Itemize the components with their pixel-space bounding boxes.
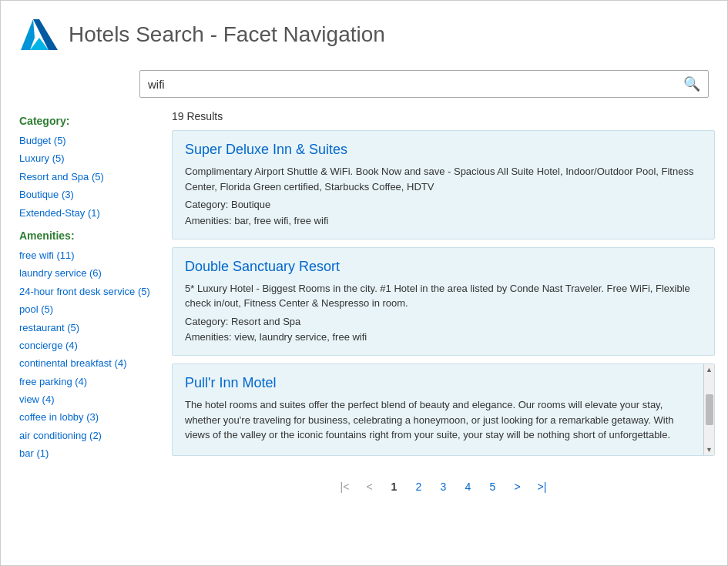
facet-front-desk[interactable]: 24-hour front desk service (5) xyxy=(19,283,150,300)
result-title-2[interactable]: Double Sanctuary Resort xyxy=(185,259,702,275)
result-card-1: Super Deluxe Inn & Suites Complimentary … xyxy=(172,130,715,239)
svg-marker-0 xyxy=(21,19,35,50)
page-5-button[interactable]: 5 xyxy=(482,476,504,497)
page-prev-button[interactable]: < xyxy=(359,476,381,497)
facet-air-conditioning[interactable]: air conditioning (2) xyxy=(19,427,150,444)
app-logo xyxy=(19,15,59,55)
result-amenities-1: Amenities: bar, free wifi, free wifi xyxy=(185,213,702,229)
main-layout: Category: Budget (5) Luxury (5) Resort a… xyxy=(1,102,727,513)
facet-free-parking[interactable]: free parking (4) xyxy=(19,373,150,390)
result-desc-1: Complimentary Airport Shuttle & WiFi. Bo… xyxy=(185,164,702,194)
facet-free-wifi[interactable]: free wifi (11) xyxy=(19,246,150,264)
facet-restaurant[interactable]: restaurant (5) xyxy=(19,319,150,337)
pagination: |< < 1 2 3 4 5 > >| xyxy=(172,464,715,505)
page-3-button[interactable]: 3 xyxy=(433,476,455,497)
result-card-3: Pull'r Inn Motel The hotel rooms and sui… xyxy=(172,363,715,456)
page-1-button[interactable]: 1 xyxy=(384,476,405,497)
facet-extended-stay[interactable]: Extended-Stay (1) xyxy=(19,204,150,222)
scroll-down-arrow[interactable]: ▼ xyxy=(706,446,713,454)
page-first-button[interactable]: |< xyxy=(334,476,356,497)
search-area: 🔍 xyxy=(1,62,727,102)
results-area: 19 Results Super Deluxe Inn & Suites Com… xyxy=(163,102,727,513)
result-category-1: Category: Boutique xyxy=(185,197,702,213)
result-desc-3: The hotel rooms and suites offer the per… xyxy=(185,397,702,443)
sidebar: Category: Budget (5) Luxury (5) Resort a… xyxy=(1,102,163,513)
scroll-thumb[interactable] xyxy=(706,394,713,425)
results-count: 19 Results xyxy=(172,110,715,122)
page-last-button[interactable]: >| xyxy=(532,476,553,497)
result-amenities-2: Amenities: view, laundry service, free w… xyxy=(185,330,702,346)
facet-coffee-lobby[interactable]: coffee in lobby (3) xyxy=(19,408,150,426)
page-4-button[interactable]: 4 xyxy=(458,476,479,497)
page-next-button[interactable]: > xyxy=(507,476,528,497)
facet-continental-breakfast[interactable]: continental breakfast (4) xyxy=(19,354,150,372)
result-title-1[interactable]: Super Deluxe Inn & Suites xyxy=(185,142,702,158)
facet-bar[interactable]: bar (1) xyxy=(19,444,150,462)
facet-concierge[interactable]: concierge (4) xyxy=(19,337,150,354)
amenity-facets: free wifi (11) laundry service (6) 24-ho… xyxy=(19,246,150,463)
facet-laundry[interactable]: laundry service (6) xyxy=(19,264,150,282)
page-title: Hotels Search - Facet Navigation xyxy=(69,22,385,47)
facet-resort-spa[interactable]: Resort and Spa (5) xyxy=(19,168,150,186)
facet-boutique[interactable]: Boutique (3) xyxy=(19,186,150,203)
category-section-title: Category: xyxy=(19,115,150,127)
amenities-section-title: Amenities: xyxy=(19,229,150,242)
search-icon[interactable]: 🔍 xyxy=(683,75,700,92)
scroll-up-arrow[interactable]: ▲ xyxy=(706,366,713,373)
facet-view[interactable]: view (4) xyxy=(19,390,150,408)
facet-budget[interactable]: Budget (5) xyxy=(19,132,150,149)
result-category-2: Category: Resort and Spa xyxy=(185,314,702,330)
category-facets: Budget (5) Luxury (5) Resort and Spa (5)… xyxy=(19,132,150,222)
search-box: 🔍 xyxy=(139,70,709,98)
result-title-3[interactable]: Pull'r Inn Motel xyxy=(185,375,702,391)
header: Hotels Search - Facet Navigation xyxy=(1,1,727,62)
facet-pool[interactable]: pool (5) xyxy=(19,300,150,318)
scrollbar[interactable]: ▲ ▼ xyxy=(703,364,714,455)
facet-luxury[interactable]: Luxury (5) xyxy=(19,149,150,167)
page-2-button[interactable]: 2 xyxy=(408,476,430,497)
search-input[interactable] xyxy=(148,78,683,91)
result-desc-2: 5* Luxury Hotel - Biggest Rooms in the c… xyxy=(185,281,702,311)
result-card-2: Double Sanctuary Resort 5* Luxury Hotel … xyxy=(172,247,715,357)
